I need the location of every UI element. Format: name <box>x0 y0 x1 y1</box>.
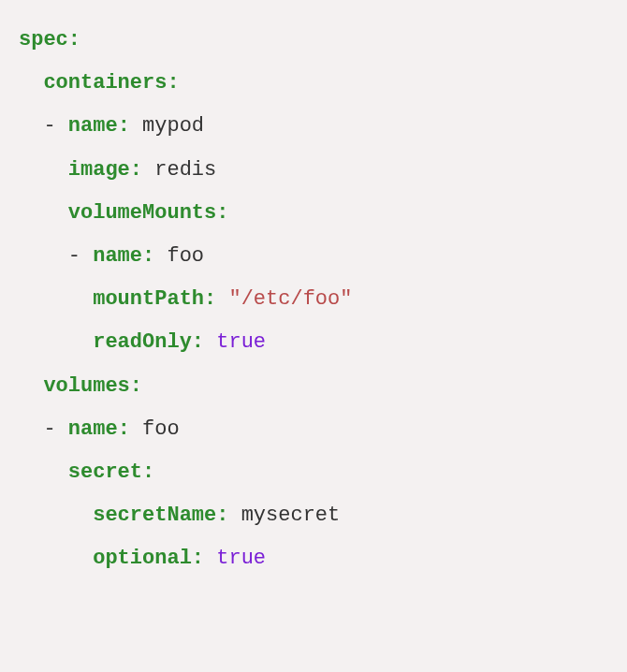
colon: : <box>118 417 130 441</box>
colon: : <box>130 374 142 398</box>
list-dash: - <box>43 114 55 138</box>
val-image: redis <box>154 158 216 182</box>
colon: : <box>142 244 154 268</box>
key-volumemounts: volumeMounts <box>68 201 216 225</box>
colon: : <box>167 71 179 95</box>
key-secretname: secretName <box>93 504 216 527</box>
colon: : <box>204 287 216 311</box>
key-mountpath: mountPath <box>93 287 204 311</box>
key-spec: spec <box>19 28 68 51</box>
colon: : <box>216 504 228 527</box>
val-optional: true <box>216 547 266 570</box>
colon: : <box>68 28 80 51</box>
val-vol-name: foo <box>142 417 180 441</box>
val-container-name: mypod <box>142 114 204 138</box>
val-secretname: mysecret <box>241 504 341 527</box>
key-containers: containers <box>43 71 167 95</box>
key-vm-name: name <box>93 244 142 268</box>
key-readonly: readOnly <box>93 330 192 354</box>
val-mountpath: "/etc/foo" <box>228 287 352 311</box>
key-vol-name: name <box>68 417 118 441</box>
val-vm-name: foo <box>167 244 204 268</box>
colon: : <box>118 114 130 138</box>
colon: : <box>216 201 228 225</box>
colon: : <box>192 547 204 570</box>
key-image: image <box>68 158 130 182</box>
colon: : <box>192 330 204 354</box>
val-readonly: true <box>216 330 266 354</box>
key-optional: optional <box>93 547 192 570</box>
list-dash: - <box>68 244 80 268</box>
list-dash: - <box>43 417 55 441</box>
key-volumes: volumes <box>43 374 129 398</box>
colon: : <box>130 158 142 182</box>
yaml-code-block: spec: containers: - name: mypod image: r… <box>19 19 608 580</box>
key-name: name <box>68 114 118 138</box>
colon: : <box>142 460 154 484</box>
key-secret: secret <box>68 460 142 484</box>
